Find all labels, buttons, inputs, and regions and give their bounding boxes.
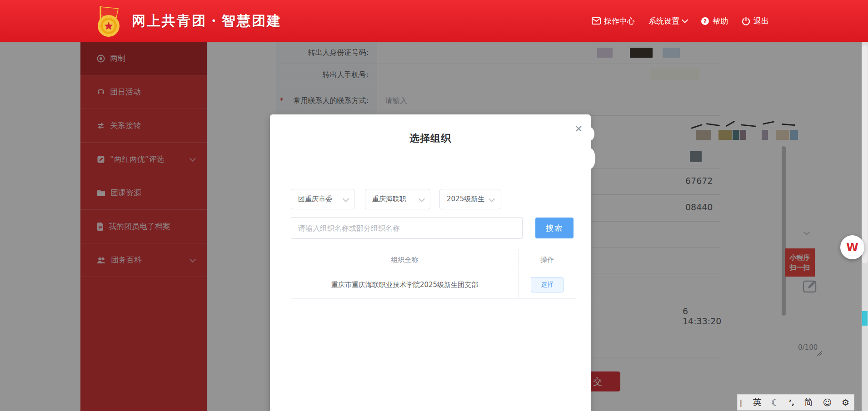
menu-label: 帮助 — [713, 16, 728, 26]
menu-help[interactable]: ? 帮助 — [701, 16, 728, 26]
chevron-down-icon — [343, 195, 349, 202]
wps-logo: W — [846, 241, 858, 254]
help-icon: ? — [701, 17, 709, 25]
header-menu: 操作中心 系统设置 ? 帮助 退出 — [592, 0, 769, 42]
select-value: 重庆海联职 — [372, 195, 406, 203]
search-button[interactable]: 搜索 — [535, 218, 574, 238]
table-header-row: 组织全称 操作 — [291, 249, 576, 271]
ime-punctuation-mode[interactable]: ’, — [789, 398, 794, 407]
white-redaction-blob — [585, 127, 594, 141]
org-level1-select[interactable]: 团重庆市委 — [291, 189, 354, 209]
org-search-input[interactable] — [291, 217, 523, 239]
column-header-action: 操作 — [519, 249, 576, 271]
select-organization-modal: ✕ 选择组织 团重庆市委 重庆海联职 2025级新生 搜索 组织全称 操作 重庆… — [270, 114, 591, 411]
chevron-down-icon — [489, 195, 495, 202]
app-header: 网上共青团・智慧团建 操作中心 系统设置 ? 帮助 — [0, 0, 868, 42]
ime-settings-gear-icon[interactable]: ⚙ — [842, 397, 849, 407]
table-row: 重庆市重庆海联职业技术学院2025级新生团支部 选择 — [291, 271, 576, 299]
org-level2-select[interactable]: 重庆海联职 — [365, 189, 430, 209]
scrollbar-find-marker — [862, 311, 868, 326]
league-emblem-logo — [90, 2, 127, 40]
ime-emoji-icon[interactable]: ☺ — [823, 397, 832, 407]
svg-text:?: ? — [703, 18, 707, 24]
app-root: 网上共青团・智慧团建 操作中心 系统设置 ? 帮助 — [0, 0, 868, 411]
mail-icon — [592, 17, 601, 25]
select-value: 2025级新生 — [447, 195, 484, 203]
org-level3-select[interactable]: 2025级新生 — [439, 189, 500, 209]
power-icon — [742, 17, 750, 25]
ime-toolbar: ‖ 英 ☾ ’, 简 ☺ ⚙ — [737, 394, 854, 411]
wps-floating-button[interactable]: W — [840, 235, 864, 259]
org-name-cell: 重庆市重庆海联职业技术学院2025级新生团支部 — [291, 271, 519, 298]
pick-org-button[interactable]: 选择 — [531, 277, 564, 292]
app-title: 网上共青团・智慧团建 — [132, 0, 282, 42]
select-value: 团重庆市委 — [298, 195, 332, 203]
ime-language-mode[interactable]: 英 — [753, 396, 762, 408]
chevron-down-icon — [419, 195, 425, 202]
divider — [280, 160, 581, 160]
browser-scrollbar[interactable] — [862, 42, 868, 411]
menu-system-settings[interactable]: 系统设置 — [649, 16, 687, 26]
modal-title: 选择组织 — [270, 132, 591, 145]
ime-drag-handle[interactable]: ‖ — [739, 398, 743, 407]
menu-operation-center[interactable]: 操作中心 — [592, 16, 635, 26]
ime-simplified-mode[interactable]: 简 — [804, 396, 813, 408]
menu-label: 退出 — [753, 16, 769, 26]
column-header-org-name: 组织全称 — [291, 249, 519, 271]
browser-scrollbar-thumb[interactable] — [862, 45, 868, 263]
white-redaction-blob — [584, 148, 595, 169]
menu-label: 操作中心 — [604, 16, 635, 26]
org-table: 组织全称 操作 重庆市重庆海联职业技术学院2025级新生团支部 选择 — [291, 249, 576, 411]
menu-label: 系统设置 — [649, 16, 679, 26]
ime-halfwidth-moon-icon[interactable]: ☾ — [771, 397, 779, 407]
chevron-down-icon — [682, 17, 688, 23]
menu-logout[interactable]: 退出 — [742, 16, 769, 26]
